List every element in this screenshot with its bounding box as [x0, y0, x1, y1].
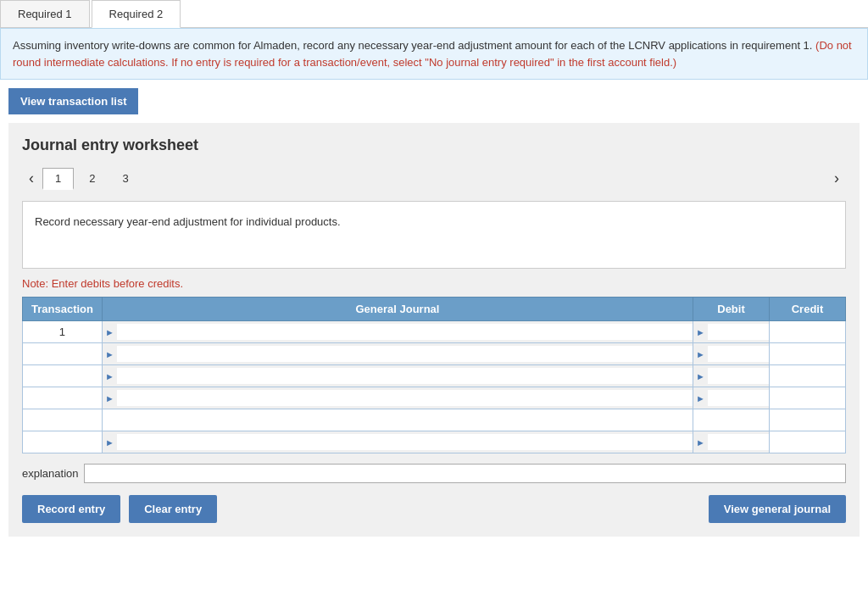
table-row: ► ► [23, 365, 846, 387]
page-1[interactable]: 1 [42, 168, 74, 190]
journal-cell-1[interactable]: ► [102, 321, 693, 343]
journal-table: Transaction General Journal Debit Credit… [22, 297, 846, 453]
debit-input-5[interactable] [693, 409, 769, 431]
credit-cell-1[interactable] [770, 321, 846, 343]
cell-arrow-icon-3: ► [103, 371, 117, 381]
tab-bar: Required 1 Required 2 [0, 0, 868, 28]
debit-cell-4[interactable]: ► [693, 387, 770, 409]
debit-input-2[interactable] [708, 346, 769, 362]
table-row: 1 ► ► [23, 321, 846, 343]
journal-input-4[interactable] [117, 390, 693, 406]
action-buttons: Record entry Clear entry View general jo… [22, 495, 846, 523]
tab-required-1[interactable]: Required 1 [0, 0, 90, 27]
credit-input-1[interactable] [770, 321, 845, 342]
debit-arrow-icon-4: ► [693, 393, 708, 403]
journal-cell-3[interactable]: ► [102, 365, 693, 387]
credit-cell-5[interactable] [770, 409, 846, 431]
col-transaction: Transaction [23, 298, 103, 321]
credit-cell-6[interactable] [770, 431, 846, 453]
debit-cell-1[interactable]: ► [693, 321, 770, 343]
table-row: ► ► [23, 431, 846, 453]
transaction-cell-2 [23, 343, 103, 365]
tab-required-2[interactable]: Required 2 [92, 0, 181, 28]
credit-input-6[interactable] [770, 431, 845, 453]
journal-input-2[interactable] [117, 346, 693, 362]
note-text: Note: Enter debits before credits. [22, 277, 846, 290]
journal-cell-5[interactable] [102, 409, 693, 431]
pagination-bar: ‹ 1 2 3 › [22, 166, 846, 191]
debit-arrow-icon-1: ► [693, 327, 708, 337]
debit-cell-2[interactable]: ► [693, 343, 770, 365]
transaction-cell-4 [23, 387, 103, 409]
view-general-journal-button[interactable]: View general journal [709, 495, 846, 523]
col-credit: Credit [770, 298, 846, 321]
table-row [23, 409, 846, 431]
credit-input-5[interactable] [770, 409, 845, 431]
credit-cell-2[interactable] [770, 343, 846, 365]
debit-cell-6[interactable]: ► [693, 431, 770, 453]
page-2[interactable]: 2 [77, 169, 107, 188]
table-row: ► ► [23, 343, 846, 365]
journal-cell-4[interactable]: ► [102, 387, 693, 409]
transaction-cell-5 [23, 409, 103, 431]
page-prev-arrow[interactable]: ‹ [22, 166, 41, 191]
debit-arrow-icon-3: ► [693, 371, 708, 381]
journal-input-3[interactable] [117, 368, 693, 384]
description-text: Record necessary year-end adjustment for… [35, 215, 341, 228]
credit-input-2[interactable] [770, 343, 845, 364]
debit-input-6[interactable] [708, 434, 769, 450]
debit-cell-5[interactable] [693, 409, 770, 431]
journal-cell-2[interactable]: ► [102, 343, 693, 365]
transaction-cell-3 [23, 365, 103, 387]
transaction-cell-6 [23, 431, 103, 453]
journal-cell-6[interactable]: ► [102, 431, 693, 453]
debit-input-4[interactable] [708, 390, 769, 406]
cell-arrow-icon-1: ► [103, 327, 117, 337]
cell-arrow-icon-4: ► [103, 393, 117, 403]
record-entry-button[interactable]: Record entry [22, 495, 120, 523]
transaction-cell-1: 1 [23, 321, 103, 343]
page-next-arrow[interactable]: › [827, 166, 846, 191]
col-debit: Debit [693, 298, 770, 321]
debit-arrow-icon-2: ► [693, 349, 708, 359]
info-main-text: Assuming inventory write-downs are commo… [13, 39, 812, 52]
journal-input-5[interactable] [103, 409, 693, 431]
table-row: ► ► [23, 387, 846, 409]
col-journal: General Journal [102, 298, 693, 321]
main-content-area: Journal entry worksheet ‹ 1 2 3 › Record… [8, 123, 860, 537]
debit-cell-3[interactable]: ► [693, 365, 770, 387]
explanation-input[interactable] [84, 464, 847, 483]
clear-entry-button[interactable]: Clear entry [129, 495, 217, 523]
credit-cell-4[interactable] [770, 387, 846, 409]
debit-arrow-icon-6: ► [693, 437, 708, 448]
worksheet-title: Journal entry worksheet [22, 136, 846, 154]
view-transaction-button[interactable]: View transaction list [8, 88, 138, 114]
credit-cell-3[interactable] [770, 365, 846, 387]
explanation-row: explanation [22, 464, 846, 483]
explanation-label: explanation [22, 467, 79, 480]
journal-input-1[interactable] [117, 324, 693, 340]
info-box: Assuming inventory write-downs are commo… [0, 28, 868, 80]
journal-input-6[interactable] [117, 434, 693, 450]
cell-arrow-icon-6: ► [103, 437, 117, 448]
cell-arrow-icon-2: ► [103, 349, 117, 359]
credit-input-4[interactable] [770, 387, 845, 409]
page-3[interactable]: 3 [110, 169, 140, 188]
description-box: Record necessary year-end adjustment for… [22, 201, 846, 269]
debit-input-3[interactable] [708, 368, 769, 384]
debit-input-1[interactable] [708, 324, 769, 340]
credit-input-3[interactable] [770, 365, 845, 387]
